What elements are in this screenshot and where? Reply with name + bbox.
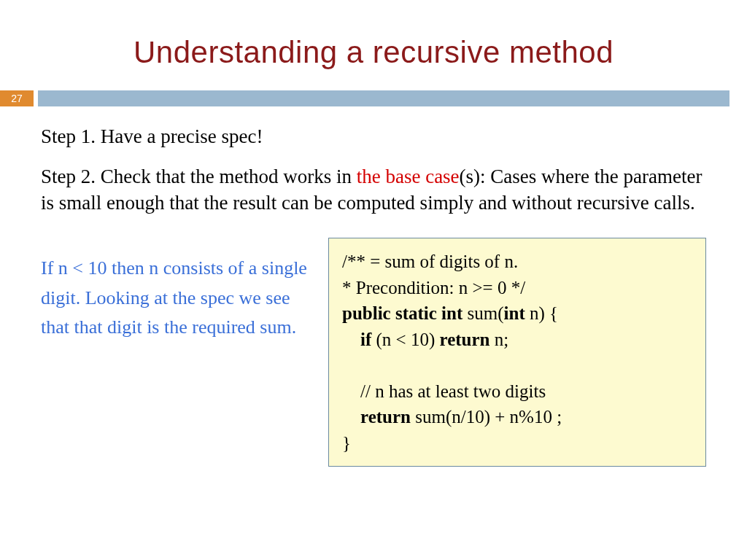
slide-number-badge: 27: [0, 90, 34, 106]
code-comment-3: // n has at least two digits: [342, 378, 692, 405]
step-1-text: Step 1. Have a precise spec!: [41, 125, 706, 148]
step-2-text: Step 2. Check that the method works in t…: [41, 164, 706, 216]
slide: Understanding a recursive method 27 Step…: [0, 0, 747, 560]
header-band: 27: [0, 90, 747, 106]
band-bar: [38, 90, 729, 106]
if-cond: (n < 10): [371, 330, 439, 349]
code-signature: public static int sum(int n) {: [342, 300, 692, 327]
code-comment-1: /** = sum of digits of n.: [342, 249, 692, 275]
ret-expr: sum(n/10) + n%10 ;: [411, 407, 562, 427]
sig-end: n) {: [525, 303, 558, 323]
explanation-note: If n < 10 then n consists of a single di…: [41, 238, 311, 342]
if-tail: n;: [490, 330, 509, 349]
code-return-line: return sum(n/10) + n%10 ;: [342, 404, 692, 430]
comment-3-text: // n has at least two digits: [360, 381, 546, 401]
code-blank-line: [342, 352, 692, 378]
sig-mid: sum(: [462, 303, 503, 323]
lower-row: If n < 10 then n consists of a single di…: [41, 238, 706, 467]
kw-int: int: [504, 303, 525, 323]
slide-content: Step 1. Have a precise spec! Step 2. Che…: [0, 125, 747, 467]
slide-title: Understanding a recursive method: [0, 0, 747, 90]
step-2-pre: Step 2. Check that the method works in: [41, 166, 357, 187]
code-box: /** = sum of digits of n. * Precondition…: [328, 238, 706, 467]
code-if-line: if (n < 10) return n;: [342, 327, 692, 353]
kw-return-1: return: [440, 330, 490, 349]
code-close-brace: }: [342, 430, 692, 456]
kw-return-2: return: [360, 407, 411, 427]
code-comment-2: * Precondition: n >= 0 */: [342, 275, 692, 301]
kw-public-static-int: public static int: [342, 303, 462, 323]
kw-if: if: [360, 330, 371, 349]
base-case-highlight: the base case: [357, 166, 460, 187]
